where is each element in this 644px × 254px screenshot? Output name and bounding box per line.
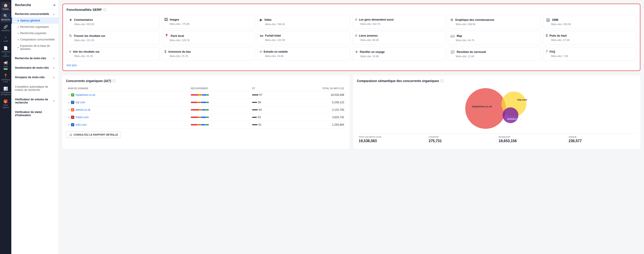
serp-card-header: ✈ Planifier un voyage	[355, 50, 443, 54]
sidebar-title: Recherche	[15, 3, 31, 7]
sidebar-item-recherches-payantes[interactable]: Recherches payantes	[11, 30, 58, 36]
competitors-info-icon[interactable]: i	[112, 79, 116, 82]
serp-card-annonces-bas[interactable]: $ Annonces du bas Mots-clés: 25.7K	[162, 47, 255, 60]
nav-item-projets[interactable]: 🏠 Projets	[1, 2, 11, 11]
serp-card-pubs-haut[interactable]: $ Pubs du haut Mots-clés: 37.3K	[543, 31, 636, 44]
serp-card-keywords: Mots-clés: 928.2K	[69, 23, 157, 25]
serp-title: Fonctionnalités SERP i	[66, 8, 636, 11]
nav-label-smm: SMMBeta	[4, 66, 8, 70]
venn-circle-airbnb	[502, 107, 518, 123]
serp-card-gens-demandent[interactable]: ≡ Les gens demandent aussi Mots-clés: 34…	[352, 15, 446, 28]
nav-item-pack-agence[interactable]: 🎁 Pack agence	[1, 98, 11, 110]
venn-label-airbnb: airbnb.co.uk	[507, 117, 522, 120]
sidebar-group-label: Recherche de mots-clés	[15, 57, 46, 60]
report-btn[interactable]: 📊 CONSULTEZ LE RAPPORT DÉTAILLÉ	[66, 131, 121, 138]
sidebar-collapse-btn[interactable]: ◀	[53, 3, 55, 6]
nav-item-marketing-local[interactable]: 📍 Marketing Local	[1, 72, 11, 84]
serp-card-header: 📍 Pack local	[164, 34, 252, 38]
domain-cell: ↗ T tripadvisor.co.uk	[68, 93, 191, 96]
semantic-info-icon[interactable]: i	[440, 79, 444, 82]
domain-link-hotels[interactable]: hotels.com	[76, 116, 89, 119]
sidebar-section-gestionnaire: Gestionnaire de mots-clés ▼	[11, 63, 58, 72]
sidebar-item-recherches-organiques[interactable]: Recherches organiques	[11, 24, 58, 30]
serp-card-extraits[interactable]: ≡ Extraits en vedette Mots-clés: 24.4K	[257, 47, 350, 60]
item-dot	[18, 33, 19, 34]
sidebar-group-recherche-concurrentielle[interactable]: Recherche concurrentielle ▲	[11, 11, 58, 17]
ext-link-icon[interactable]: ↗	[68, 124, 70, 126]
col-overlap: RECOUPEMENT	[191, 87, 252, 90]
sidebar-group-recherche-mots-cles[interactable]: Recherche de mots-clés ▼	[11, 55, 58, 62]
serp-card-header: ≡ Les gens demandent aussi	[355, 18, 443, 22]
sidebar-header: Recherche ◀	[11, 0, 58, 9]
serp-info-icon[interactable]: i	[103, 8, 106, 11]
serp-card-keywords: Mots-clés: 44.7K	[450, 39, 538, 41]
sidebar-item-comparaison-concurrentielle[interactable]: Comparaison concurrentielle	[11, 36, 58, 43]
nav-item-marketing-contenu[interactable]: 📄 Marketing de contenu	[1, 44, 11, 58]
marketing-local-icon: 📍	[4, 74, 8, 78]
overlap-bar-tripadvisor	[191, 94, 252, 96]
ext-link-icon[interactable]: ↗	[68, 94, 70, 96]
total-airbnb: 2,132,793	[283, 108, 344, 111]
serp-card-forfait-hotel[interactable]: 🛏 Forfait hôtel Mots-clés: 122.3K	[257, 31, 350, 44]
stat-cell-courant: COURANT 275,731	[427, 134, 497, 145]
chevron-up-icon: ▲	[53, 13, 55, 15]
serp-card-name: Images	[170, 18, 179, 21]
domain-link-tripadvisor[interactable]: tripadvisor.co.uk	[76, 93, 95, 96]
audit-icon: ✓	[4, 35, 7, 39]
nav-item-audit[interactable]: ✓ Audit	[1, 34, 11, 44]
domain-link-vrbo[interactable]: vrbo.com	[76, 123, 87, 126]
sidebar-group-verificateur-statut[interactable]: Vérificateur de statut d'indexation	[11, 109, 58, 119]
favicon-tripadvisor: T	[71, 93, 74, 96]
domain-link-airbnb[interactable]: airbnb.co.uk	[76, 108, 90, 111]
sidebar-item-expansion-base[interactable]: Expansion de la base de données	[11, 43, 58, 52]
serp-card-images[interactable]: 🖼 Images Mots-clés: 775.8K	[162, 15, 255, 28]
serp-card-liens-annexes[interactable]: ≡ Liens annexes Mots-clés: 80.2K	[352, 31, 446, 44]
ext-link-icon[interactable]: ↗	[68, 116, 70, 119]
serp-card-keywords: Mots-clés: 32.2K	[69, 55, 157, 57]
serp-card-gmb[interactable]: 🏢 GMB Mots-clés: 258.3K	[543, 15, 636, 28]
extraits-icon: ≡	[260, 50, 262, 54]
serp-card-keywords: Mots-clés: 80.2K	[355, 39, 443, 41]
stats-grid: TOUS LES MOTS-CLÉS 19,538,583 COURANT 27…	[357, 133, 637, 145]
ext-link-icon[interactable]: ↗	[68, 101, 70, 104]
serp-card-name: Planifier un voyage	[360, 50, 385, 53]
domain-link-trip[interactable]: trip.com	[76, 101, 85, 104]
domain-cell: ↗ V vrbo.com	[68, 123, 191, 126]
sidebar-item-apercu-general[interactable]: Aperçu général	[11, 17, 58, 24]
serp-card-trouver[interactable]: ↻ Trouver les résultats sur Mots-clés: 1…	[66, 31, 160, 44]
sidebar-group-gestionnaire[interactable]: Gestionnaire de mots-clés ▼	[11, 64, 58, 71]
nav-item-assembleur[interactable]: 📊 Assembleur de rapports	[1, 85, 11, 97]
ext-link-icon[interactable]: ↗	[68, 109, 70, 111]
serp-card-video[interactable]: ▶ Vidéo Mots-clés: 768.2K	[257, 15, 350, 28]
serp-card-name: Vidéo	[264, 18, 272, 21]
see-more-link[interactable]: Voir plus	[66, 64, 77, 67]
serp-card-header: ★ Commentaires	[69, 18, 157, 22]
sidebar-group-completion[interactable]: Complétion automatique de moteur de rech…	[11, 83, 58, 93]
serp-card-pack-local[interactable]: 📍 Pack local Mots-clés: 129.7K	[162, 31, 255, 44]
sidebar-group-label: Vérificateur de volume de recherche	[15, 98, 53, 104]
sidebar-item-label: Recherches organiques	[20, 25, 49, 28]
serp-card-planifier-voyage[interactable]: ✈ Planifier un voyage Mots-clés: 15.9K	[352, 47, 446, 60]
domain-cell: ↗ H hotels.com	[68, 116, 191, 119]
nav-item-backlinks[interactable]: 🔗 Backlinks	[1, 23, 11, 33]
report-btn-icon: 📊	[69, 133, 72, 136]
dt-cell-airbnb: 64	[252, 108, 283, 111]
nav-item-smm[interactable]: 📢 SMMBeta	[1, 59, 11, 71]
sidebar-group-groupeur[interactable]: Groupeur de mots-clés ▼	[11, 74, 58, 81]
serp-card-commentaires[interactable]: ★ Commentaires Mots-clés: 928.2K	[66, 15, 160, 28]
backlinks-icon: 🔗	[4, 25, 8, 29]
serp-card-map[interactable]: 📖 Map Mots-clés: 44.7K	[448, 31, 541, 44]
overlap-bar-trip	[191, 102, 252, 103]
serp-card-carrousel[interactable]: 📰 Résultats du carrousel Mots-clés: 11.6…	[448, 47, 541, 60]
serp-card-faq[interactable]: ? FAQ Mots-clés: 7.6K	[543, 47, 636, 60]
table-row: ↗ A airbnb.co.uk 64 2,132,793	[66, 106, 346, 114]
venn-circle-tripadvisor	[465, 88, 506, 129]
serp-card-name: GMB	[552, 18, 558, 21]
serp-card-keywords: Mots-clés: 129.7K	[164, 39, 252, 41]
nav-item-recherche[interactable]: 🔍 Recherche	[1, 12, 11, 22]
item-dot	[18, 39, 19, 40]
serp-card-graphique[interactable]: ⊕ Graphique des connaissances Mots-clés:…	[448, 15, 541, 28]
serp-card-voir-resultats[interactable]: ≡ Voir les résultats sur Mots-clés: 32.2…	[66, 47, 160, 60]
nav-label-audit: Audit	[4, 40, 8, 42]
sidebar-group-verificateur-volume[interactable]: Vérificateur de volume de recherche ▼	[11, 96, 58, 106]
